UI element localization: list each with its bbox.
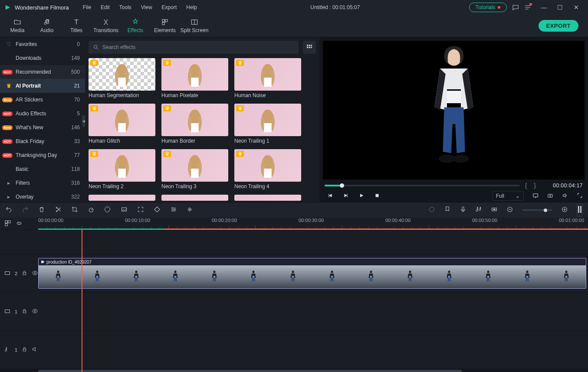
menu-file[interactable]: File	[79, 3, 95, 12]
tab-elements[interactable]: Elements	[150, 16, 180, 36]
category-ai-portrait[interactable]: ♛AI Portrait21	[0, 79, 85, 93]
effect-label: Neon Trailing 2	[89, 183, 155, 189]
preview-progress[interactable]	[325, 185, 520, 186]
effect-neon-trailing-1[interactable]: ♛Neon Trailing 1	[234, 104, 301, 144]
menu-view[interactable]: View	[137, 3, 157, 12]
category-thanksgiving-day[interactable]: HOTThanksgiving Day77	[0, 148, 85, 162]
message-icon[interactable]	[512, 4, 519, 11]
menu-edit[interactable]: Edit	[96, 3, 114, 12]
category-downloads[interactable]: Downloads149	[0, 51, 85, 65]
effect-partial[interactable]	[89, 195, 155, 201]
audio-mixer-icon[interactable]	[475, 206, 482, 214]
tab-media[interactable]: Media	[3, 16, 32, 36]
prev-frame-button[interactable]	[327, 193, 333, 200]
crop-icon[interactable]	[71, 206, 78, 214]
adjust-icon[interactable]	[170, 206, 177, 214]
mark-in-out-icon[interactable]: { }	[525, 182, 539, 189]
grid-view-toggle[interactable]	[303, 41, 316, 54]
effect-human-noise[interactable]: ♛Human Noise	[234, 58, 301, 98]
tab-effects[interactable]: Effects	[121, 16, 150, 36]
effect-human-segmentation[interactable]: ♛Human Segmentation	[89, 58, 155, 98]
track-manager-icon[interactable]	[4, 220, 11, 228]
svg-rect-41	[578, 206, 579, 213]
track-mute-icon[interactable]	[32, 346, 38, 353]
marker-icon[interactable]	[444, 206, 451, 214]
timeline-scrollbar[interactable]	[0, 369, 588, 372]
category-filters[interactable]: ▸Filters316	[0, 176, 85, 190]
svg-rect-11	[118, 78, 126, 87]
ruler-mark: 00:00:00:00	[38, 218, 63, 223]
next-frame-button[interactable]	[343, 193, 349, 200]
timeline-ruler[interactable]: 00:00:00:0000:00:10:0000:00:20:0000:00:3…	[38, 218, 588, 230]
minimize-button[interactable]: —	[536, 4, 551, 11]
zoom-to-fit-icon[interactable]	[577, 204, 583, 216]
maximize-button[interactable]: ☐	[553, 4, 568, 11]
menu-export[interactable]: Export	[158, 3, 181, 12]
effect-human-glitch[interactable]: ♛Human Glitch	[89, 104, 155, 144]
clip-frame	[312, 265, 351, 288]
effect-neon-trailing-3[interactable]: ♛Neon Trailing 3	[161, 149, 228, 189]
snapshot-icon[interactable]	[547, 193, 553, 200]
effect-neon-trailing-2[interactable]: ♛Neon Trailing 2	[89, 149, 155, 189]
redo-icon[interactable]	[22, 206, 29, 214]
undo-icon[interactable]	[5, 206, 12, 214]
category-recommended[interactable]: HOTRecommended500	[0, 65, 85, 79]
tab-transitions[interactable]: Transitions	[91, 16, 121, 36]
effect-human-border[interactable]: ♛Human Border	[161, 104, 228, 144]
motion-tracking-icon[interactable]	[137, 206, 144, 214]
split-icon[interactable]	[55, 206, 62, 214]
category-basic[interactable]: Basic118	[0, 162, 85, 176]
render-icon[interactable]	[428, 206, 435, 214]
category-favorites[interactable]: ♡Favorites0	[0, 37, 85, 51]
link-toggle-icon[interactable]	[16, 220, 23, 228]
track-lock-icon[interactable]	[22, 308, 27, 315]
main-toolbar: Media Audio Titles Transitions Effects E…	[0, 15, 588, 37]
category-overlay[interactable]: ▸Overlay322	[0, 190, 85, 202]
keyframe-icon[interactable]	[154, 206, 161, 214]
audio-wave-icon[interactable]	[187, 206, 194, 214]
track-lock-icon[interactable]	[22, 346, 27, 353]
category-audio-effects[interactable]: HOTAudio Effects5	[0, 107, 85, 121]
green-screen-icon[interactable]	[121, 206, 128, 214]
clip-video-icon	[40, 260, 45, 264]
menu-tools[interactable]: Tools	[115, 3, 136, 12]
effect-human-pixelate[interactable]: ♛Human Pixelate	[161, 58, 228, 98]
track-visibility-icon[interactable]	[32, 270, 38, 277]
tab-titles[interactable]: Titles	[62, 16, 91, 36]
preview-viewport[interactable]	[323, 41, 585, 179]
search-input[interactable]: Search effects	[89, 41, 299, 54]
preview-quality-select[interactable]: Full⌄	[492, 191, 524, 201]
effect-partial[interactable]	[161, 195, 228, 201]
effect-partial[interactable]	[234, 195, 301, 201]
tutorials-button[interactable]: Tutorials	[469, 3, 507, 12]
snap-icon[interactable]	[491, 206, 498, 214]
stop-button[interactable]	[374, 193, 380, 200]
category-ar-stickers[interactable]: NewAR Stickers70	[0, 93, 85, 107]
display-toggle-icon[interactable]	[532, 193, 539, 200]
export-button[interactable]: EXPORT	[539, 20, 578, 32]
color-icon[interactable]	[104, 206, 111, 214]
zoom-in-icon[interactable]	[561, 206, 568, 214]
zoom-slider[interactable]	[522, 209, 552, 211]
category-black-friday[interactable]: HOTBlack Friday33	[0, 134, 85, 148]
tab-splitscreen[interactable]: Split Screen	[180, 16, 209, 36]
effect-neon-trailing-4[interactable]: ♛Neon Trailing 4	[234, 149, 301, 189]
track-visibility-icon[interactable]	[32, 308, 38, 315]
category-count: 33	[74, 138, 80, 144]
volume-icon[interactable]	[562, 193, 568, 200]
close-button[interactable]: ✕	[569, 4, 584, 11]
track-lock-icon[interactable]	[22, 270, 27, 277]
zoom-out-icon[interactable]	[506, 206, 513, 214]
category-what-s-new[interactable]: NewWhat's New146	[0, 121, 85, 134]
tab-audio[interactable]: Audio	[32, 16, 62, 36]
tasks-icon[interactable]	[524, 4, 531, 11]
voiceover-icon[interactable]	[460, 206, 466, 214]
play-button[interactable]	[358, 193, 365, 200]
fullscreen-icon[interactable]	[577, 193, 583, 200]
track-type-icon	[4, 270, 10, 277]
menu-help[interactable]: Help	[182, 3, 201, 12]
speed-icon[interactable]	[88, 206, 95, 214]
timeline-clip[interactable]: production ID_4929207	[38, 258, 586, 289]
delete-icon[interactable]	[38, 206, 45, 214]
category-label: Black Friday	[16, 138, 74, 144]
